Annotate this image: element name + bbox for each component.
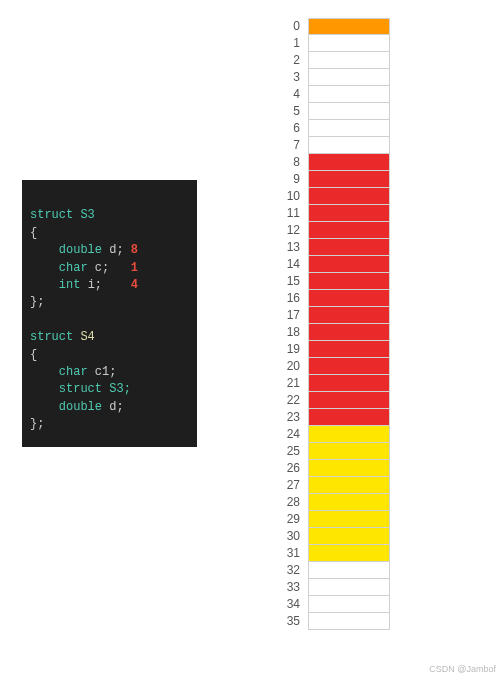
memory-row-index: 31 <box>260 545 308 562</box>
memory-cell <box>308 494 390 511</box>
memory-cell <box>308 239 390 256</box>
code-block: struct S3 { double d; 8 char c; 1 int i;… <box>22 180 197 447</box>
memory-cell <box>308 52 390 69</box>
memory-cell <box>308 341 390 358</box>
memory-cell <box>308 579 390 596</box>
memory-row: 18 <box>260 324 390 341</box>
type-s3: S3 <box>80 208 94 222</box>
memory-cell <box>308 443 390 460</box>
memory-row: 10 <box>260 188 390 205</box>
memory-row: 6 <box>260 120 390 137</box>
memory-row: 15 <box>260 273 390 290</box>
brace-close: }; <box>30 295 44 309</box>
kw-double: double <box>59 243 102 257</box>
memory-row-index: 22 <box>260 392 308 409</box>
memory-row-index: 30 <box>260 528 308 545</box>
brace-open: { <box>30 226 37 240</box>
memory-row: 23 <box>260 409 390 426</box>
memory-row: 24 <box>260 426 390 443</box>
memory-cell <box>308 426 390 443</box>
memory-row-index: 23 <box>260 409 308 426</box>
var-d2: d; <box>109 400 123 414</box>
memory-row-index: 28 <box>260 494 308 511</box>
type-s4: S4 <box>80 330 94 344</box>
memory-row: 0 <box>260 18 390 35</box>
memory-cell <box>308 188 390 205</box>
memory-row: 26 <box>260 460 390 477</box>
memory-row-index: 29 <box>260 511 308 528</box>
memory-row-index: 35 <box>260 613 308 630</box>
memory-row: 14 <box>260 256 390 273</box>
memory-row-index: 6 <box>260 120 308 137</box>
memory-row: 35 <box>260 613 390 630</box>
memory-row: 28 <box>260 494 390 511</box>
memory-row: 17 <box>260 307 390 324</box>
memory-row: 9 <box>260 171 390 188</box>
memory-row: 16 <box>260 290 390 307</box>
memory-cell <box>308 307 390 324</box>
memory-cell <box>308 562 390 579</box>
kw-int: int <box>59 278 81 292</box>
memory-cell <box>308 35 390 52</box>
memory-cell <box>308 324 390 341</box>
memory-row: 1 <box>260 35 390 52</box>
memory-row-index: 3 <box>260 69 308 86</box>
memory-cell <box>308 528 390 545</box>
memory-cell <box>308 18 390 35</box>
memory-row: 31 <box>260 545 390 562</box>
memory-cell <box>308 86 390 103</box>
memory-row: 27 <box>260 477 390 494</box>
memory-row: 4 <box>260 86 390 103</box>
brace-close-2: }; <box>30 417 44 431</box>
memory-row-index: 34 <box>260 596 308 613</box>
kw-double-2: double <box>59 400 102 414</box>
memory-row: 5 <box>260 103 390 120</box>
memory-row-index: 24 <box>260 426 308 443</box>
memory-row-index: 10 <box>260 188 308 205</box>
memory-row-index: 4 <box>260 86 308 103</box>
var-c: c; <box>95 261 109 275</box>
memory-row: 19 <box>260 341 390 358</box>
memory-row: 3 <box>260 69 390 86</box>
memory-row-index: 20 <box>260 358 308 375</box>
annot-1: 1 <box>131 261 138 275</box>
memory-cell <box>308 69 390 86</box>
memory-cell <box>308 222 390 239</box>
memory-row-index: 15 <box>260 273 308 290</box>
memory-row: 32 <box>260 562 390 579</box>
memory-cell <box>308 358 390 375</box>
memory-cell <box>308 154 390 171</box>
memory-cell <box>308 409 390 426</box>
memory-row: 22 <box>260 392 390 409</box>
memory-row: 11 <box>260 205 390 222</box>
kw-struct: struct <box>30 208 73 222</box>
memory-cell <box>308 256 390 273</box>
watermark: CSDN @Jambof <box>429 664 496 674</box>
memory-row-index: 14 <box>260 256 308 273</box>
memory-cell <box>308 545 390 562</box>
memory-row: 2 <box>260 52 390 69</box>
var-i: i; <box>88 278 102 292</box>
memory-cell <box>308 205 390 222</box>
memory-layout-table: 0123456789101112131415161718192021222324… <box>260 18 390 630</box>
memory-row-index: 0 <box>260 18 308 35</box>
memory-row-index: 2 <box>260 52 308 69</box>
annot-8: 8 <box>131 243 138 257</box>
memory-row: 29 <box>260 511 390 528</box>
memory-cell <box>308 103 390 120</box>
memory-row-index: 21 <box>260 375 308 392</box>
memory-row: 12 <box>260 222 390 239</box>
memory-row-index: 16 <box>260 290 308 307</box>
memory-row-index: 13 <box>260 239 308 256</box>
memory-cell <box>308 273 390 290</box>
annot-4: 4 <box>131 278 138 292</box>
memory-cell <box>308 120 390 137</box>
memory-row-index: 5 <box>260 103 308 120</box>
memory-row-index: 8 <box>260 154 308 171</box>
brace-open-2: { <box>30 348 37 362</box>
memory-row: 7 <box>260 137 390 154</box>
type-s3-inner: S3; <box>109 382 131 396</box>
memory-row: 25 <box>260 443 390 460</box>
memory-cell <box>308 392 390 409</box>
memory-row: 13 <box>260 239 390 256</box>
